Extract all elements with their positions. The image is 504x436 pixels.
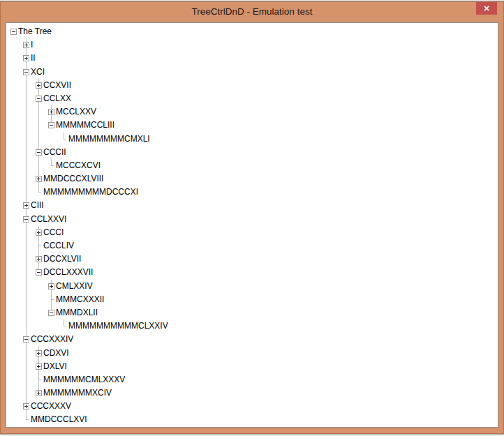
tree-node-row[interactable]: CCCII (6, 146, 498, 159)
expand-icon[interactable] (36, 350, 42, 356)
tree-node-row[interactable]: II (6, 52, 498, 65)
tree-node-row[interactable]: I (6, 38, 498, 52)
tree-node-row[interactable]: CDXVI (6, 347, 498, 360)
tree-node-label[interactable]: CCCXXXIV (31, 333, 73, 346)
box-plus-bar (26, 405, 27, 408)
tree-node-row[interactable]: MCCLXXV (6, 105, 498, 119)
tree-node-label[interactable]: CCCLIV (43, 239, 74, 253)
tree-node-row[interactable]: MMDCCCXLVIII (6, 172, 498, 186)
tree-node-label[interactable]: CDXVI (43, 347, 69, 360)
tree-node-label[interactable]: DCCXLVII (43, 253, 81, 266)
tree-node-label[interactable]: MMMMMCCLIII (56, 119, 114, 132)
tree-node-label[interactable]: MMMMMMMMMMCLXXIV (68, 320, 168, 333)
tree-guide-line (64, 139, 66, 140)
tree-node-row[interactable]: CCXVII (6, 79, 498, 92)
tree-node-row[interactable]: MMMMMMMMMMCLXXIV (6, 320, 498, 333)
tree-node-row[interactable]: CCCXXXV (6, 400, 498, 413)
tree-node-label[interactable]: CCCI (43, 226, 64, 239)
expand-icon[interactable] (48, 109, 54, 115)
tree-node-label[interactable]: II (31, 52, 36, 65)
tree-node-label[interactable]: MCCLXXV (56, 105, 96, 119)
box-plus-bar (38, 177, 39, 181)
tree-node-label[interactable]: MMDCCCLXVI (31, 413, 87, 426)
tree-node-label[interactable]: CCXVII (43, 79, 71, 92)
tree-node-label[interactable]: DXLVI (43, 360, 67, 373)
window-title: TreeCtrlDnD - Emulation test (0, 1, 504, 22)
tree-node-row[interactable]: MCCCXCVI (6, 159, 498, 172)
tree-node-row[interactable]: CCCI (6, 226, 498, 239)
tree-node-row[interactable]: MMMMMMMXCIV (6, 386, 498, 400)
tree-node-label[interactable]: MCCCXCVI (56, 159, 101, 172)
title-bar[interactable]: TreeCtrlDnD - Emulation test ✕ (0, 1, 504, 22)
tree-guide-line (26, 239, 27, 253)
box-minus-bar (24, 72, 28, 73)
tree-guide-line (51, 165, 54, 166)
collapse-icon[interactable] (36, 149, 42, 156)
expand-icon[interactable] (23, 55, 29, 61)
tree-node-row[interactable]: DXLVI (6, 360, 498, 373)
tree-guide-line (26, 119, 27, 132)
expand-icon[interactable] (36, 256, 42, 262)
tree-node-label[interactable]: CCLXXVI (31, 213, 66, 226)
tree-control[interactable]: The TreeIIIXCICCXVIICCLXXMCCLXXVMMMMMCCL… (6, 22, 498, 428)
tree-node-row[interactable]: CCLXX (6, 92, 498, 105)
tree-node-row[interactable]: MMMDXLII (6, 306, 498, 320)
tree-node-row[interactable]: DCCLXXXVII (6, 266, 498, 279)
tree-node-label[interactable]: CCCXXXV (31, 400, 71, 413)
close-button[interactable]: ✕ (476, 2, 497, 15)
collapse-icon[interactable] (36, 96, 42, 102)
tree-node-row[interactable]: MMMCXXXII (6, 293, 498, 306)
tree-node-row[interactable]: CCCXXXIV (6, 333, 498, 346)
tree-node-label[interactable]: DCCLXXXVII (43, 266, 93, 279)
tree-node-row[interactable]: The Tree (6, 25, 498, 38)
collapse-icon[interactable] (23, 336, 29, 343)
tree-node-row[interactable]: MMMMMCCLIII (6, 119, 498, 132)
tree-node-label[interactable]: CCLXX (43, 92, 71, 105)
tree-node-row[interactable]: MMMMMMMMCMXLI (6, 133, 498, 146)
collapse-icon[interactable] (48, 122, 54, 128)
tree-node-label[interactable]: I (31, 38, 33, 52)
tree-node-row[interactable]: MMMMMMCMLXXXV (6, 373, 498, 386)
tree-node-row[interactable]: CIII (6, 199, 498, 212)
tree-node-label[interactable]: MMMMMMMMMDCCCXI (43, 186, 138, 199)
tree-node-row[interactable]: XCI (6, 66, 498, 79)
tree-node-label[interactable]: MMMMMMCMLXXXV (43, 373, 125, 386)
tree-node-row[interactable]: CCCLIV (6, 239, 498, 253)
tree-node-label[interactable]: XCI (31, 66, 45, 79)
tree-guide-line (51, 299, 54, 300)
tree-node-row[interactable]: CMLXXIV (6, 280, 498, 293)
tree-node-row[interactable]: DCCXLVII (6, 253, 498, 266)
expand-icon[interactable] (36, 176, 42, 182)
box-minus-bar (37, 272, 40, 273)
tree-guide-line (26, 253, 27, 266)
tree-node-label[interactable]: CMLXXIV (56, 280, 93, 293)
tree-node-label[interactable]: MMDCCCXLVIII (43, 172, 103, 186)
tree-node-row[interactable]: CCLXXVI (6, 213, 498, 226)
tree-node-label[interactable]: MMMCXXXII (56, 293, 104, 306)
tree-node-label[interactable]: MMMDXLII (56, 306, 98, 320)
collapse-icon[interactable] (23, 69, 29, 75)
collapse-icon[interactable] (23, 216, 29, 223)
tree-node-label[interactable]: The Tree (18, 25, 52, 38)
box-plus-bar (26, 204, 27, 207)
expand-icon[interactable] (23, 42, 29, 48)
expand-icon[interactable] (23, 202, 29, 209)
collapse-icon[interactable] (10, 29, 17, 35)
expand-icon[interactable] (36, 82, 42, 89)
collapse-icon[interactable] (48, 310, 54, 316)
tree-node-label[interactable]: MMMMMMMMCMXLI (68, 133, 150, 146)
expand-icon[interactable] (48, 283, 54, 290)
expand-icon[interactable] (23, 403, 29, 409)
collapse-icon[interactable] (36, 269, 42, 276)
tree-node-label[interactable]: CCCII (43, 146, 66, 159)
tree-node-row[interactable]: MMDCCCLXVI (6, 413, 498, 426)
box-plus-bar (26, 57, 27, 60)
tree-guide-line (26, 419, 29, 420)
expand-icon[interactable] (36, 363, 42, 370)
box-minus-bar (37, 98, 40, 99)
tree-node-label[interactable]: CIII (31, 199, 44, 212)
tree-node-row[interactable]: MMMMMMMMMDCCCXI (6, 186, 498, 199)
expand-icon[interactable] (36, 390, 42, 396)
expand-icon[interactable] (36, 230, 42, 236)
tree-node-label[interactable]: MMMMMMMXCIV (43, 386, 112, 400)
